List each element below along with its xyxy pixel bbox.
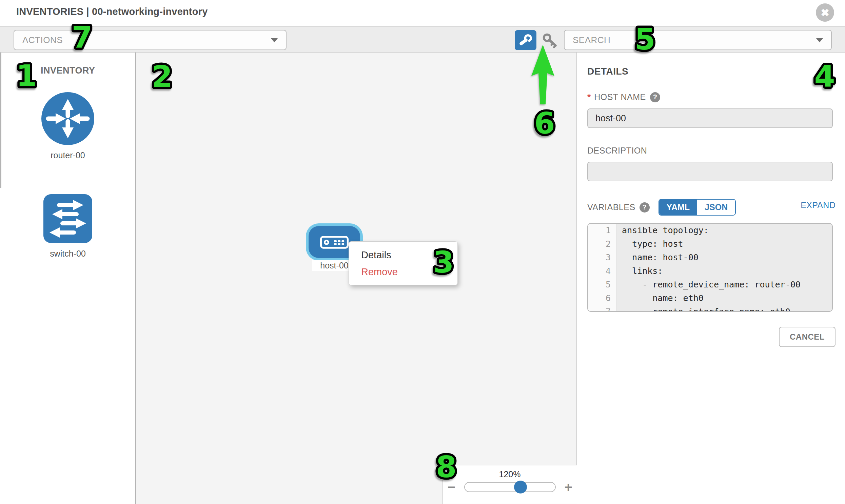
chevron-down-icon — [816, 38, 823, 42]
details-panel: DETAILS * HOST NAME ? DESCRIPTION VARIAB… — [578, 53, 845, 504]
line-number: 6 — [588, 291, 616, 305]
code-line: 4 links: — [588, 264, 832, 278]
toggle-yaml[interactable]: YAML — [659, 200, 698, 215]
key-icon — [541, 32, 559, 49]
host-icon — [317, 234, 352, 250]
tools-button[interactable] — [515, 30, 536, 50]
line-number: 2 — [588, 237, 616, 251]
code-text: name: eth0 — [616, 291, 704, 305]
zoom-out-icon[interactable]: − — [447, 482, 455, 492]
code-text: name: host-00 — [616, 251, 699, 264]
actions-dropdown-placeholder: ACTIONS — [22, 35, 63, 46]
zoom-in-icon[interactable]: + — [565, 482, 573, 492]
line-number: 5 — [588, 278, 616, 291]
zoom-slider[interactable] — [464, 482, 556, 492]
description-label: DESCRIPTION — [587, 146, 647, 156]
variables-editor[interactable]: 1 ansible_topology: 2 type: host 3 name:… — [587, 223, 833, 312]
description-input[interactable] — [587, 162, 833, 181]
breadcrumb: INVENTORIES | 00-networking-inventory — [16, 6, 208, 17]
code-text: ansible_topology: — [616, 224, 709, 237]
toolbar: ACTIONS SEARCH — [0, 26, 845, 53]
search-dropdown-placeholder: SEARCH — [573, 35, 610, 46]
zoom-control-panel: 120% − + — [442, 465, 577, 504]
topology-canvas[interactable]: host-00 Details Remove 120% − + — [136, 53, 577, 504]
zoom-slider-thumb[interactable] — [514, 481, 527, 493]
close-icon[interactable]: ✖ — [816, 3, 834, 22]
host-name-label: HOST NAME — [594, 92, 646, 102]
chevron-down-icon — [271, 38, 278, 42]
code-line: 1 ansible_topology: — [588, 224, 832, 237]
code-line: 5 - remote_device_name: router-00 — [588, 278, 832, 291]
wrench-icon — [518, 33, 533, 48]
code-line: 3 name: host-00 — [588, 251, 832, 264]
variables-format-toggle: YAML JSON — [658, 199, 736, 216]
code-text: links: — [616, 264, 663, 278]
actions-dropdown[interactable]: ACTIONS — [14, 30, 286, 50]
details-title: DETAILS — [587, 66, 835, 77]
variables-label: VARIABLES — [587, 202, 635, 212]
required-marker: * — [587, 92, 591, 102]
line-number: 1 — [588, 224, 616, 237]
code-text: remote_interface_name: eth0 — [616, 305, 790, 312]
code-line: 6 name: eth0 — [588, 291, 832, 305]
code-line: 7 remote_interface_name: eth0 — [588, 305, 832, 312]
toggle-json[interactable]: JSON — [697, 200, 735, 215]
expand-link[interactable]: EXPAND — [800, 200, 835, 210]
switch-icon — [42, 193, 93, 244]
search-dropdown[interactable]: SEARCH — [564, 30, 832, 50]
palette-item-switch[interactable]: switch-00 — [0, 193, 136, 258]
help-icon[interactable]: ? — [650, 92, 660, 102]
context-menu: Details Remove — [349, 241, 458, 285]
line-number: 3 — [588, 251, 616, 264]
credentials-button[interactable] — [540, 31, 560, 50]
inventory-sidebar: INVENTORY router-00 switch-00 — [0, 53, 136, 504]
page-header: INVENTORIES | 00-networking-inventory ✖ — [0, 0, 845, 26]
help-icon[interactable]: ? — [639, 202, 650, 213]
code-text: - remote_device_name: router-00 — [616, 278, 800, 291]
context-menu-item-remove[interactable]: Remove — [361, 263, 457, 280]
code-text: type: host — [616, 237, 683, 251]
zoom-level: 120% — [443, 469, 577, 479]
cancel-button[interactable]: CANCEL — [779, 327, 835, 347]
context-menu-item-details[interactable]: Details — [361, 247, 457, 263]
palette-item-label: router-00 — [0, 150, 136, 160]
line-number: 7 — [588, 305, 616, 312]
sidebar-title: INVENTORY — [41, 66, 95, 76]
router-icon — [41, 91, 95, 146]
code-line: 2 type: host — [588, 237, 832, 251]
palette-item-router[interactable]: router-00 — [0, 91, 136, 160]
line-number: 4 — [588, 264, 616, 278]
host-name-input[interactable] — [587, 108, 833, 128]
palette-item-label: switch-00 — [0, 249, 136, 258]
